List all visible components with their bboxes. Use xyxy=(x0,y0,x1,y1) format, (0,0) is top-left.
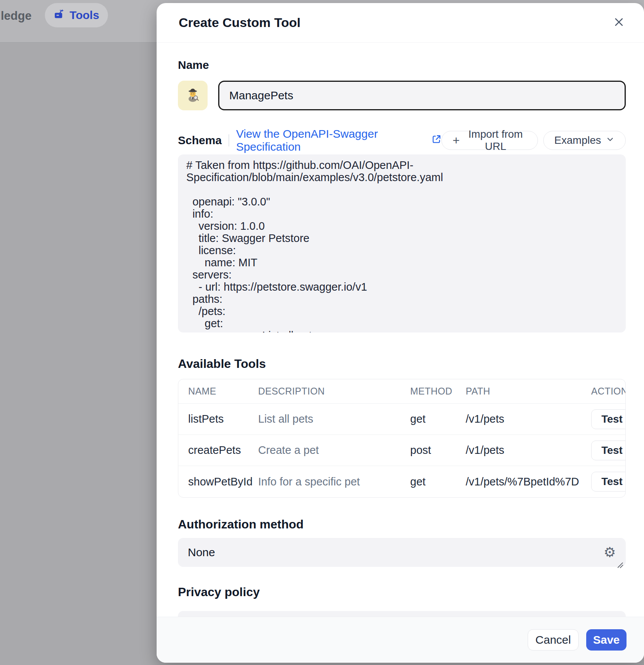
tool-name: listPets xyxy=(188,413,258,425)
background-nav-knowledge-label: ledge xyxy=(1,9,32,23)
plus-icon: + xyxy=(452,134,460,146)
test-button[interactable]: Test xyxy=(591,472,626,492)
column-header-path: PATH xyxy=(466,386,591,397)
name-label: Name xyxy=(178,59,626,72)
tool-path: /v1/pets xyxy=(466,444,591,457)
table-row: listPets List all pets get /v1/pets Test xyxy=(178,404,625,435)
modal-footer: Cancel Save xyxy=(157,617,644,663)
tab-tools[interactable]: Tools xyxy=(45,3,108,27)
tool-name: showPetById xyxy=(188,476,258,488)
available-tools-table: NAME DESCRIPTION METHOD PATH ACTIONS lis… xyxy=(178,379,626,498)
tool-path: /v1/pets/%7BpetId%7D xyxy=(466,476,591,488)
tool-method: get xyxy=(410,413,466,425)
openapi-spec-link[interactable]: View the OpenAPI-Swagger Specification xyxy=(236,127,442,153)
table-header-row: NAME DESCRIPTION METHOD PATH ACTIONS xyxy=(178,379,625,404)
tool-method: post xyxy=(410,444,466,457)
tool-name-input[interactable] xyxy=(218,81,626,110)
cancel-button[interactable]: Cancel xyxy=(528,629,579,651)
modal-header: Create Custom Tool xyxy=(157,3,644,43)
column-header-method: METHOD xyxy=(410,386,466,397)
chevron-down-icon xyxy=(606,134,615,146)
available-tools-heading: Available Tools xyxy=(178,357,626,371)
vertical-divider xyxy=(228,134,229,146)
authorization-method-field[interactable]: None ⚙ xyxy=(178,538,626,567)
schema-actions: + Import from URL Examples xyxy=(441,131,626,150)
emoji-picker-button[interactable] xyxy=(178,81,208,110)
openapi-spec-link-label: View the OpenAPI-Swagger Specification xyxy=(236,127,428,153)
test-button[interactable]: Test xyxy=(591,441,626,460)
gear-icon[interactable]: ⚙ xyxy=(604,546,616,559)
tools-icon xyxy=(54,9,65,22)
table-row: showPetById Info for a specific pet get … xyxy=(178,466,625,497)
detective-emoji-icon xyxy=(184,86,201,105)
create-custom-tool-modal: Create Custom Tool Name xyxy=(157,3,644,663)
save-button[interactable]: Save xyxy=(586,629,627,651)
external-link-icon xyxy=(431,134,441,147)
column-header-actions: ACTIONS xyxy=(591,386,626,397)
import-from-url-label: Import from URL xyxy=(464,128,527,153)
tab-tools-label: Tools xyxy=(70,9,99,22)
authorization-method-heading: Authorization method xyxy=(178,517,626,531)
import-from-url-button[interactable]: + Import from URL xyxy=(441,131,538,150)
tool-method: get xyxy=(410,476,466,488)
schema-textarea[interactable]: # Taken from https://github.com/OAI/Open… xyxy=(178,154,626,332)
test-button[interactable]: Test xyxy=(591,409,626,429)
schema-row: Schema View the OpenAPI-Swagger Specific… xyxy=(178,131,626,150)
close-button[interactable] xyxy=(611,14,627,31)
modal-title: Create Custom Tool xyxy=(179,15,301,30)
tool-description: Create a pet xyxy=(258,444,410,457)
tool-description: Info for a specific pet xyxy=(258,476,410,488)
examples-dropdown-button[interactable]: Examples xyxy=(543,131,626,150)
tool-description: List all pets xyxy=(258,413,410,425)
close-icon xyxy=(613,16,625,29)
tool-name: createPets xyxy=(188,444,258,457)
schema-label: Schema xyxy=(178,134,222,147)
tool-path: /v1/pets xyxy=(466,413,591,425)
modal-body: Name xyxy=(157,59,644,665)
name-row xyxy=(178,81,626,110)
examples-label: Examples xyxy=(554,134,601,146)
privacy-policy-heading: Privacy policy xyxy=(178,585,626,599)
column-header-name: NAME xyxy=(188,386,258,397)
table-row: createPets Create a pet post /v1/pets Te… xyxy=(178,435,625,466)
authorization-method-value: None xyxy=(188,546,215,559)
column-header-description: DESCRIPTION xyxy=(258,386,410,397)
